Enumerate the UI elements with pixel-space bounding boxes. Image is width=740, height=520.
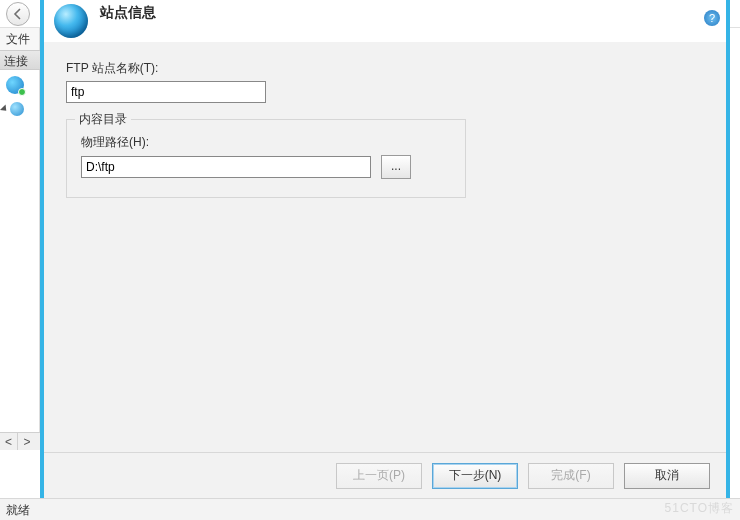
back-button[interactable] [6,2,30,26]
physical-path-input[interactable] [81,156,371,178]
site-info-dialog: 站点信息 ? FTP 站点名称(T): 内容目录 物理路径(H): ... 上一… [40,0,730,498]
site-name-input[interactable] [66,81,266,103]
finish-button: 完成(F) [528,463,614,489]
menu-file[interactable]: 文件 [0,28,40,50]
connections-header: 连接 [0,50,40,70]
next-button[interactable]: 下一步(N) [432,463,518,489]
dialog-title: 站点信息 [100,4,156,22]
expand-icon [0,104,9,113]
refresh-connections-icon[interactable] [6,76,24,94]
content-directory-legend: 内容目录 [75,111,131,128]
content-directory-group: 内容目录 物理路径(H): ... [66,119,466,198]
sidebar: < > [0,70,40,450]
globe-icon [54,4,88,38]
physical-path-label: 物理路径(H): [81,134,451,151]
scroll-left[interactable]: < [0,433,18,450]
status-bar: 就绪 [0,498,740,520]
cancel-button[interactable]: 取消 [624,463,710,489]
prev-button: 上一页(P) [336,463,422,489]
browse-button[interactable]: ... [381,155,411,179]
tree-node[interactable] [2,102,39,116]
help-icon[interactable]: ? [704,10,720,26]
site-name-label: FTP 站点名称(T): [66,60,704,77]
scroll-right[interactable]: > [18,433,36,450]
server-icon [10,102,24,116]
